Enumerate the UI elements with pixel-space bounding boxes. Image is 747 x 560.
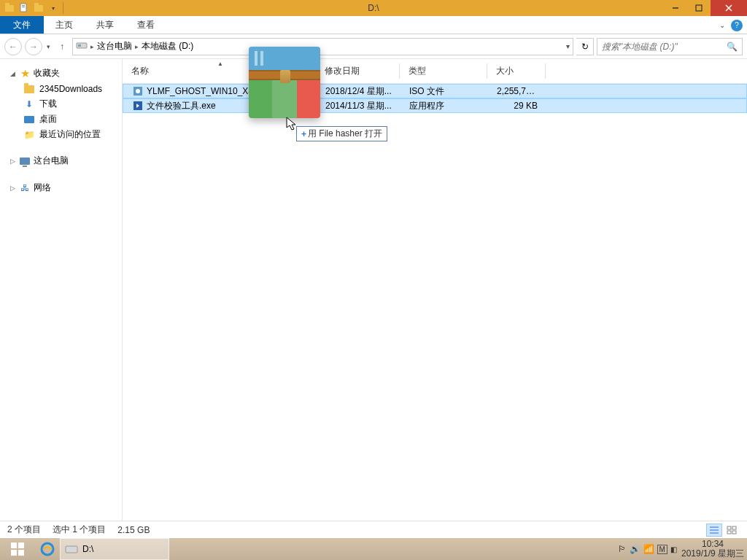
ribbon: 文件 主页 共享 查看 ⌄ ? [0, 16, 747, 34]
file-name: 文件校验工具.exe [147, 100, 216, 112]
iso-file-icon [132, 85, 144, 97]
svg-rect-22 [18, 550, 24, 556]
view-details-button[interactable] [706, 524, 722, 537]
recent-icon: 📁 [23, 129, 35, 141]
help-icon[interactable]: ? [731, 20, 743, 31]
sidebar-this-pc[interactable]: ▷ 这台电脑 [10, 152, 122, 169]
statusbar: 2 个项目 选中 1 个项目 2.15 GB [0, 521, 747, 538]
tree-expand-icon[interactable]: ▷ [10, 184, 16, 192]
ribbon-expand-icon[interactable]: ⌄ [719, 21, 725, 29]
window-title: D:\ [368, 3, 379, 13]
exe-file-icon [132, 100, 144, 112]
close-button[interactable] [711, 0, 747, 16]
qat-newfolder-icon[interactable] [32, 1, 45, 15]
qat-dropdown-icon[interactable]: ▾ [47, 1, 60, 15]
file-type: 应用程序 [400, 100, 488, 112]
tray-network-icon[interactable]: 📶 [643, 544, 654, 554]
sidebar-item-download[interactable]: ⬇ 下载 [10, 96, 122, 112]
tab-view[interactable]: 查看 [125, 16, 166, 34]
tree-collapse-icon[interactable]: ◢ [10, 70, 16, 77]
file-row[interactable]: YLMF_GHOST_WIN10_X86_V20... 2018/12/4 星期… [123, 84, 747, 98]
tray-ime2-icon[interactable]: ◧ [670, 545, 677, 553]
view-icons-button[interactable] [724, 524, 740, 537]
search-input[interactable] [602, 42, 727, 52]
sidebar-item-downloads[interactable]: 2345Downloads [10, 82, 122, 96]
search-icon[interactable]: 🔍 [727, 42, 738, 52]
minimize-button[interactable] [664, 0, 687, 16]
svg-rect-18 [732, 531, 736, 534]
navbar: ← → ▾ ↑ ▸ 这台电脑 ▸ 本地磁盘 (D:) ▾ ↻ 🔍 [0, 34, 747, 59]
column-headers: ▲ 名称 修改日期 类型 大小 [123, 59, 747, 84]
nav-forward-button[interactable]: → [25, 38, 42, 55]
taskbar-ie[interactable] [35, 538, 60, 560]
tab-home[interactable]: 主页 [44, 16, 85, 34]
start-button[interactable] [0, 538, 35, 560]
star-icon: ★ [19, 68, 31, 79]
sidebar-item-label: 最近访问的位置 [39, 128, 101, 141]
svg-rect-4 [696, 5, 702, 11]
svg-rect-16 [732, 526, 736, 529]
sidebar-item-label: 下载 [39, 98, 57, 110]
status-size: 2.15 GB [117, 525, 150, 535]
sidebar-item-label: 桌面 [39, 113, 57, 125]
tree-expand-icon[interactable]: ▷ [10, 158, 16, 165]
file-row[interactable]: 文件校验工具.exe 2014/11/3 星期... 应用程序 29 KB [123, 98, 747, 113]
svg-rect-8 [78, 44, 81, 47]
nav-up-button[interactable]: ↑ [55, 39, 69, 54]
titlebar: ▾ D:\ [0, 0, 747, 16]
download-icon: ⬇ [23, 98, 35, 110]
sidebar-favorites[interactable]: ◢ ★ 收藏夹 [10, 65, 122, 82]
address-bar[interactable]: ▸ 这台电脑 ▸ 本地磁盘 (D:) ▾ [72, 38, 573, 55]
file-tab[interactable]: 文件 [0, 16, 44, 34]
breadcrumb-item[interactable]: 本地磁盘 (D:) [142, 40, 193, 52]
sidebar-network[interactable]: ▷ 🖧 网络 [10, 179, 122, 196]
taskbar-label: D:\ [82, 544, 93, 554]
refresh-button[interactable]: ↻ [576, 38, 594, 55]
qat-properties-icon[interactable] [18, 1, 31, 15]
content-area: ▲ 名称 修改日期 类型 大小 YLMF_GHOST_WIN10_X86_V20… [123, 59, 747, 521]
file-size: 29 KB [488, 101, 546, 111]
taskbar-explorer[interactable]: D:\ [60, 538, 169, 560]
status-selected: 选中 1 个项目 [53, 524, 106, 536]
svg-rect-17 [727, 531, 731, 534]
svg-rect-0 [20, 4, 26, 12]
address-dropdown-icon[interactable]: ▾ [566, 42, 570, 50]
svg-rect-19 [11, 542, 17, 548]
chevron-right-icon[interactable]: ▸ [90, 43, 94, 50]
file-date: 2018/12/4 星期... [317, 85, 400, 98]
file-size: 2,255,756... [488, 86, 546, 96]
network-icon: 🖧 [19, 182, 31, 194]
drag-tooltip: + 用 File hasher 打开 [296, 126, 387, 141]
drive-icon [76, 41, 88, 52]
maximize-button[interactable] [687, 0, 711, 16]
sidebar-item-desktop[interactable]: 桌面 [10, 112, 122, 127]
tray-flag-icon[interactable]: 🏳 [618, 544, 627, 554]
sidebar-item-label: 2345Downloads [39, 84, 102, 94]
breadcrumb-item[interactable]: 这台电脑 [97, 40, 132, 52]
nav-back-button[interactable]: ← [4, 38, 22, 55]
column-type[interactable]: 类型 [400, 59, 487, 83]
tray-clock[interactable]: 10:34 2019/1/9 星期三 [681, 540, 744, 559]
tray-volume-icon[interactable]: 🔊 [630, 544, 640, 554]
app-icon [3, 1, 16, 15]
svg-rect-1 [22, 5, 25, 6]
status-count: 2 个项目 [7, 524, 41, 536]
column-size[interactable]: 大小 [487, 59, 546, 83]
drag-tooltip-text: 用 File hasher 打开 [308, 128, 382, 140]
drag-preview-icon [249, 47, 320, 118]
desktop-icon [23, 114, 35, 125]
tray-ime-icon[interactable]: M [657, 545, 667, 554]
column-date[interactable]: 修改日期 [316, 59, 400, 83]
pc-icon [19, 155, 31, 167]
taskbar: D:\ 🏳 🔊 📶 M ◧ 10:34 2019/1/9 星期三 [0, 538, 747, 560]
nav-history-dropdown[interactable]: ▾ [45, 43, 52, 50]
search-box[interactable]: 🔍 [597, 38, 743, 55]
svg-rect-2 [22, 7, 25, 7]
svg-rect-15 [727, 526, 731, 529]
chevron-right-icon[interactable]: ▸ [135, 43, 139, 50]
sidebar: ◢ ★ 收藏夹 2345Downloads ⬇ 下载 桌面 📁 最近访问的位置 [0, 59, 123, 521]
folder-icon [23, 83, 35, 95]
plus-icon: + [301, 129, 306, 139]
sidebar-item-recent[interactable]: 📁 最近访问的位置 [10, 127, 122, 142]
tab-share[interactable]: 共享 [85, 16, 125, 34]
